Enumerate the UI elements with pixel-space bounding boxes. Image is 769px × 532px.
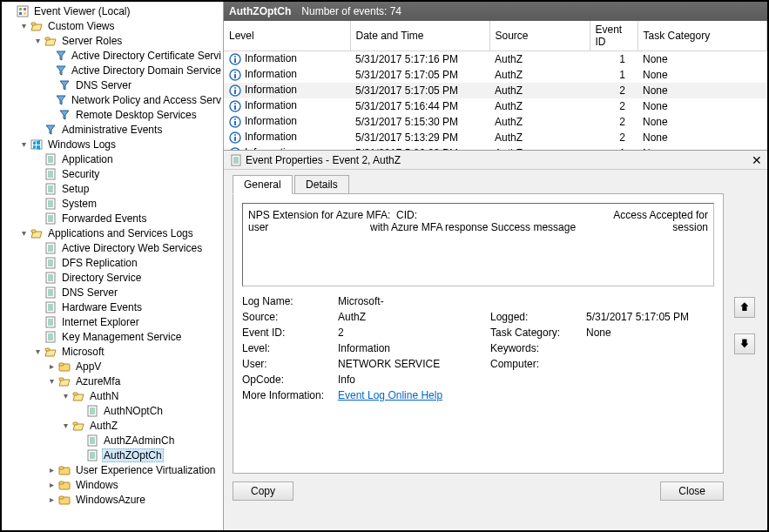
tree-item[interactable]: AuthZOptCh: [3, 448, 223, 462]
tree-item[interactable]: Remote Desktop Services: [3, 107, 223, 122]
label-logname: Log Name:: [242, 295, 338, 307]
tree-item-label: AuthZ: [88, 420, 119, 432]
tree-item[interactable]: ▾AuthZ: [3, 418, 223, 433]
tree-item[interactable]: ▸User Experience Virtualization: [3, 462, 223, 477]
tree-item-label: DNS Server: [60, 286, 119, 299]
info-icon: [229, 100, 241, 112]
tree-toggle-icon[interactable]: ▾: [17, 21, 30, 30]
close-icon[interactable]: ✕: [752, 153, 762, 167]
event-properties-dialog: Event Properties - Event 2, AuthZ ✕ Gene…: [224, 150, 767, 530]
tree-item[interactable]: DNS Server: [3, 77, 223, 92]
tree-item-label: Internet Explorer: [60, 316, 141, 328]
col-source[interactable]: Source: [489, 21, 590, 51]
event-message-left: NPS Extension for Azure MFA: CID: user w…: [248, 209, 576, 280]
close-button[interactable]: Close: [660, 481, 724, 501]
log-icon: [44, 182, 57, 196]
tree-item[interactable]: ▾AuthN: [3, 388, 223, 403]
value-keywords: [586, 342, 714, 354]
tree-item[interactable]: ▾Applications and Services Logs: [3, 226, 223, 240]
tree-item[interactable]: ▾AzureMfa: [3, 374, 223, 388]
label-moreinfo: More Information:: [242, 389, 338, 401]
tree-item-label: Network Policy and Access Serv: [70, 94, 223, 106]
tree-item[interactable]: ▸WindowsAzure: [3, 492, 223, 507]
tree-item[interactable]: Setup: [3, 181, 223, 196]
log-icon: [85, 434, 99, 448]
events-header-title: AuthZOptCh: [229, 5, 291, 17]
tree-item[interactable]: Hardware Events: [3, 300, 223, 314]
filter-icon: [57, 78, 71, 92]
nav-down-button[interactable]: 🡇: [734, 333, 755, 354]
tree-item[interactable]: ▾Microsoft: [3, 344, 223, 359]
value-task: None: [586, 327, 714, 339]
info-icon: [229, 131, 241, 144]
tree-item[interactable]: DNS Server: [3, 285, 223, 300]
table-row[interactable]: Information5/31/2017 5:17:05 PMAuthZ2Non…: [224, 83, 767, 98]
nav-up-button[interactable]: 🡅: [734, 297, 755, 318]
tree-item-label: DNS Server: [74, 79, 133, 91]
tree-toggle-icon[interactable]: ▸: [45, 480, 57, 489]
tree-item[interactable]: ▾Windows Logs: [3, 137, 223, 152]
tree-item[interactable]: DFS Replication: [3, 255, 223, 270]
tree-item[interactable]: Administrative Events: [3, 122, 223, 137]
winlogs-icon: [30, 138, 44, 152]
label-logged: Logged:: [490, 311, 586, 323]
tree-toggle-icon[interactable]: ▾: [59, 391, 71, 401]
tree-item[interactable]: ▾Server Roles: [3, 33, 223, 48]
tree-item-label: AuthZAdminCh: [102, 434, 176, 447]
tree-toggle-icon[interactable]: ▸: [45, 495, 57, 504]
dialog-button-row: Copy Close: [233, 481, 724, 501]
right-pane: AuthZOptCh Number of events: 74 Level Da…: [224, 2, 767, 530]
tree-item[interactable]: ▸AppV: [3, 359, 223, 374]
table-row[interactable]: Information5/31/2017 5:16:44 PMAuthZ2Non…: [224, 98, 767, 114]
tree-toggle-icon[interactable]: ▸: [45, 361, 57, 371]
table-row[interactable]: Information5/31/2017 5:15:30 PMAuthZ2Non…: [224, 114, 767, 130]
tree-toggle-icon[interactable]: ▸: [45, 465, 57, 475]
tab-general[interactable]: General: [233, 175, 293, 194]
tab-details[interactable]: Details: [294, 175, 349, 193]
tree-toggle-icon[interactable]: ▾: [17, 228, 30, 238]
tree-item[interactable]: Key Management Service: [3, 329, 223, 344]
tree-item-label: Directory Service: [60, 272, 143, 284]
tree-item[interactable]: Directory Service: [3, 270, 223, 285]
folder-open-icon: [44, 34, 57, 48]
tree-item[interactable]: ▾Custom Views: [3, 18, 223, 33]
table-row[interactable]: Information5/31/2017 5:17:16 PMAuthZ1Non…: [224, 51, 767, 67]
tree-item-label: Microsoft: [60, 346, 106, 358]
label-user: User:: [242, 358, 338, 370]
folder-open-icon: [57, 374, 71, 388]
tree-item[interactable]: Event Viewer (Local): [3, 3, 223, 18]
tree-item-label: System: [60, 198, 98, 210]
tree-toggle-icon[interactable]: ▾: [59, 421, 71, 430]
col-task[interactable]: Task Category: [637, 21, 767, 51]
tree-toggle-icon[interactable]: ▾: [31, 347, 44, 356]
folder-icon: [57, 478, 71, 492]
tree-item[interactable]: Active Directory Web Services: [3, 240, 223, 255]
tree-item[interactable]: AuthNOptCh: [3, 403, 223, 418]
tree-item[interactable]: AuthZAdminCh: [3, 433, 223, 448]
navigation-tree[interactable]: Event Viewer (Local)▾Custom Views▾Server…: [2, 2, 224, 530]
tree-item-label: DFS Replication: [60, 257, 139, 269]
tree-item[interactable]: Active Directory Certificate Servi: [3, 48, 223, 63]
event-list[interactable]: Level Date and Time Source Event ID Task…: [224, 21, 767, 150]
link-event-log-help[interactable]: Event Log Online Help: [338, 389, 442, 401]
col-level[interactable]: Level: [224, 21, 350, 51]
tree-item[interactable]: ▸Windows: [3, 477, 223, 492]
tree-toggle-icon[interactable]: ▾: [45, 376, 57, 386]
event-message-box[interactable]: NPS Extension for Azure MFA: CID: user w…: [242, 203, 714, 286]
table-row[interactable]: Information5/31/2017 5:13:29 PMAuthZ2Non…: [224, 130, 767, 145]
col-date[interactable]: Date and Time: [350, 21, 489, 51]
tree-item[interactable]: Security: [3, 166, 223, 181]
tree-item[interactable]: Internet Explorer: [3, 314, 223, 329]
arrow-up-icon: 🡅: [739, 301, 750, 313]
copy-button[interactable]: Copy: [233, 481, 293, 501]
tree-item[interactable]: Forwarded Events: [3, 211, 223, 226]
tree-item[interactable]: Network Policy and Access Serv: [3, 92, 223, 107]
tree-item[interactable]: System: [3, 196, 223, 211]
tree-toggle-icon[interactable]: ▾: [17, 139, 30, 149]
tree-toggle-icon[interactable]: ▾: [31, 36, 44, 45]
folder-icon: [57, 463, 71, 477]
tree-item[interactable]: Application: [3, 152, 223, 166]
table-row[interactable]: Information5/31/2017 5:17:05 PMAuthZ1Non…: [224, 67, 767, 83]
col-event-id[interactable]: Event ID: [590, 21, 637, 51]
tree-item[interactable]: Active Directory Domain Service: [3, 63, 223, 77]
